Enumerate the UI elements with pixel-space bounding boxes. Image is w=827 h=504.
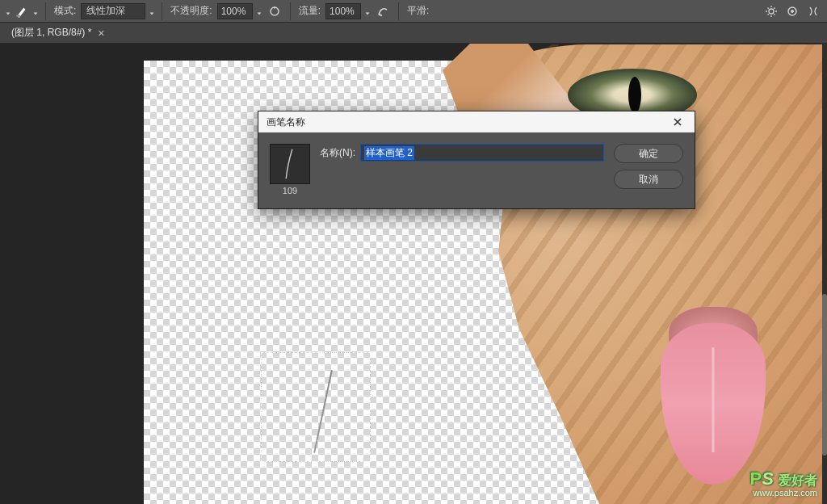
- divider: [290, 2, 291, 20]
- brush-name-dialog: 画笔名称 109 名称(N): 样本画笔 2 确定 取消: [258, 111, 695, 209]
- brush-preset-dropdown[interactable]: [32, 8, 39, 15]
- watermark: PS 爱好者 www.psahz.com: [750, 470, 818, 498]
- document-tab[interactable]: (图层 1, RGB/8#) * ×: [5, 23, 111, 43]
- divider: [162, 2, 162, 20]
- vertical-scrollbar[interactable]: [822, 44, 827, 504]
- gear-icon[interactable]: [762, 2, 780, 20]
- svg-point-4: [769, 9, 774, 14]
- symmetry-icon[interactable]: [804, 2, 822, 20]
- whisker-stroke: [313, 370, 333, 453]
- blend-mode-value: 线性加深: [86, 4, 125, 18]
- name-label: 名称(N):: [320, 146, 355, 160]
- dialog-titlebar[interactable]: 画笔名称: [258, 111, 695, 132]
- brush-name-input[interactable]: 样本画笔 2: [360, 144, 604, 162]
- watermark-p: P: [750, 468, 762, 489]
- blend-mode-chevron[interactable]: [149, 8, 155, 15]
- svg-point-6: [791, 10, 794, 12]
- blend-mode-select[interactable]: 线性加深: [81, 3, 145, 19]
- opacity-input[interactable]: 100%: [217, 3, 253, 19]
- selection-marquee[interactable]: [261, 352, 371, 462]
- watermark-url: www.psahz.com: [750, 488, 818, 498]
- flow-chevron[interactable]: [364, 8, 371, 15]
- pressure-size-icon[interactable]: [783, 2, 801, 20]
- brush-thumbnail: [270, 144, 310, 184]
- dialog-buttons: 确定 取消: [614, 144, 683, 195]
- name-row: 名称(N): 样本画笔 2: [320, 144, 604, 162]
- watermark-s: S: [762, 468, 774, 489]
- options-bar: 模式: 线性加深 不透明度: 100% 流量: 100% 平滑:: [0, 0, 827, 23]
- tab-close-icon[interactable]: ×: [98, 27, 104, 39]
- brush-size-label: 109: [283, 186, 297, 195]
- brush-name-value: 样本画笔 2: [364, 146, 414, 160]
- left-empty-panel: [0, 44, 144, 504]
- airbrush-icon[interactable]: [374, 2, 392, 20]
- opacity-label: 不透明度:: [170, 4, 212, 18]
- brush-preview: 109: [270, 144, 310, 195]
- flow-input[interactable]: 100%: [325, 3, 361, 19]
- document-tab-bar: (图层 1, RGB/8#) * ×: [0, 23, 827, 44]
- brush-tool-icon[interactable]: [15, 4, 29, 19]
- svg-point-2: [379, 14, 380, 15]
- divider: [398, 2, 399, 20]
- svg-point-3: [380, 15, 382, 16]
- dialog-body: 109 名称(N): 样本画笔 2 确定 取消: [258, 132, 695, 208]
- ok-button[interactable]: 确定: [614, 144, 683, 163]
- mode-label: 模式:: [54, 4, 76, 18]
- pressure-opacity-icon[interactable]: [266, 2, 283, 20]
- svg-rect-0: [16, 15, 20, 16]
- flow-label: 流量:: [299, 4, 321, 18]
- flow-value: 100%: [330, 6, 355, 17]
- scrollbar-thumb[interactable]: [822, 294, 827, 456]
- opacity-value: 100%: [221, 6, 246, 17]
- cancel-button[interactable]: 取消: [614, 170, 683, 189]
- opacity-chevron[interactable]: [256, 8, 262, 15]
- divider: [45, 2, 46, 20]
- dialog-fields: 名称(N): 样本画笔 2: [320, 144, 604, 195]
- smooth-label: 平滑:: [407, 4, 429, 18]
- tool-preset-dropdown[interactable]: [5, 8, 11, 15]
- document-tab-title: (图层 1, RGB/8#) *: [11, 26, 91, 40]
- dialog-title: 画笔名称: [267, 116, 305, 129]
- watermark-cn: 爱好者: [779, 473, 817, 487]
- dialog-close-button[interactable]: [665, 114, 690, 130]
